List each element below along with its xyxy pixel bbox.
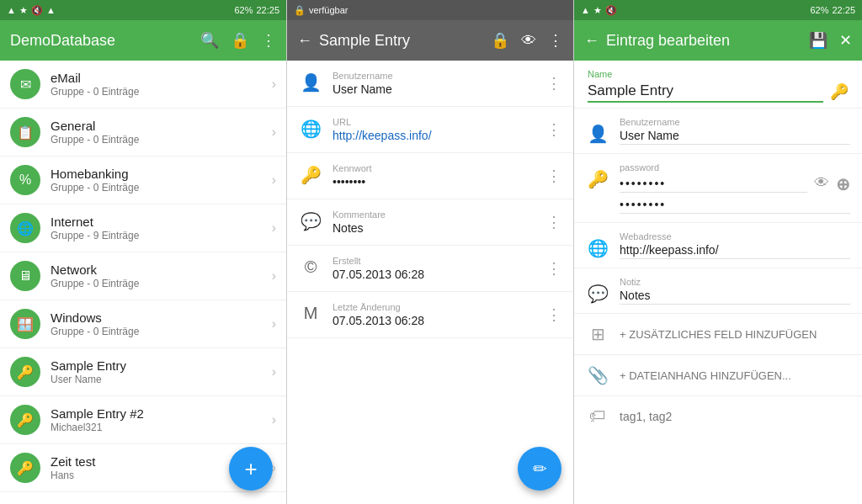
detail-row-value: 07.05.2013 06:28 [333, 268, 536, 281]
add-field-label: + ZUSÄTZLICHES FELD HINZUFÜGEN [620, 328, 817, 341]
password-confirm-value[interactable]: •••••••• [620, 198, 850, 214]
list-item-subtitle: Gruppe - 0 Einträge [51, 134, 262, 146]
list-item-icon: 📋 [10, 117, 40, 147]
list-item[interactable]: 🌐 Internet Gruppe - 9 Einträge › [0, 204, 286, 252]
username-icon: 👤 [586, 124, 609, 144]
list-item[interactable]: 🪟 Windows Gruppe - 0 Einträge › [0, 300, 286, 348]
toolbar-icons-3: 💾 ✕ [809, 33, 852, 48]
list-item-icon: % [10, 165, 40, 195]
url-label: Webadresse [620, 231, 850, 241]
chevron-icon: › [272, 268, 276, 284]
detail-row-more[interactable]: ⋮ [546, 305, 561, 324]
detail-row-more[interactable]: ⋮ [546, 213, 561, 231]
list-item[interactable]: 🖥 Network Gruppe - 0 Einträge › [0, 252, 286, 300]
edit-name-row: 🔑 [588, 81, 849, 103]
password-field-row: •••••••• 👁 ⊕ [620, 174, 850, 194]
database-list: ✉ eMail Gruppe - 0 Einträge › 📋 General … [0, 61, 286, 504]
list-item-subtitle: Gruppe - 0 Einträge [51, 326, 262, 337]
list-item-title: Homebanking [51, 167, 262, 181]
detail-row-more[interactable]: ⋮ [546, 74, 561, 93]
detail-row-icon: 👤 [299, 72, 322, 93]
list-item-subtitle: Gruppe - 9 Einträge [51, 230, 262, 241]
chevron-icon: › [272, 412, 276, 427]
eye-icon[interactable]: 👁 [521, 33, 536, 48]
detail-row-content: URL http://keepass.info/ [333, 117, 536, 142]
status-left-3: ▲ ★ 🔇 [581, 5, 617, 16]
edit-password-row: 🔑 password •••••••• 👁 ⊕ •••••••• [574, 154, 862, 223]
lock-icon-1[interactable]: 🔒 [231, 33, 249, 48]
fab-add[interactable]: + [229, 447, 273, 491]
list-item[interactable]: 📋 General Gruppe - 0 Einträge › [0, 109, 286, 157]
detail-row-more[interactable]: ⋮ [546, 120, 561, 139]
detail-row-value: 07.05.2013 06:28 [333, 314, 536, 327]
chevron-icon: › [272, 77, 276, 92]
back-icon-3[interactable]: ← [584, 33, 599, 48]
tags-value[interactable]: tag1, tag2 [620, 410, 672, 423]
more-icon-2[interactable]: ⋮ [548, 33, 563, 48]
mute-icon: 🔇 [31, 5, 43, 16]
lock-icon-2[interactable]: 🔒 [491, 33, 509, 48]
eye-toggle-icon[interactable]: 👁 [814, 174, 829, 194]
name-input[interactable] [588, 81, 823, 103]
detail-row-more[interactable]: ⋮ [546, 259, 561, 278]
list-item-title: eMail [51, 71, 262, 85]
detail-row-content: Letzte Änderung 07.05.2013 06:28 [333, 302, 536, 327]
username-value[interactable]: User Name [620, 129, 850, 145]
search-icon[interactable]: 🔍 [200, 33, 219, 48]
close-icon[interactable]: ✕ [839, 33, 852, 48]
url-icon: 🌐 [586, 238, 609, 258]
chevron-icon: › [272, 172, 276, 188]
detail-row-more[interactable]: ⋮ [546, 167, 561, 185]
add-field-icon: ⊞ [586, 324, 609, 344]
list-item-icon: 🔑 [10, 357, 40, 387]
back-icon-2[interactable]: ← [297, 33, 312, 48]
status-bar-right-1: 62% 22:25 [234, 5, 279, 15]
add-field-row[interactable]: ⊞ + ZUSÄTZLICHES FELD HINZUFÜGEN [574, 314, 862, 355]
password-label: password [620, 162, 850, 172]
add-attachment-row[interactable]: 📎 + DATEIANHANG HINZUFÜGEN... [574, 355, 862, 396]
toolbar-3: ← Eintrag bearbeiten 💾 ✕ [574, 20, 862, 61]
toolbar-icons-2: 🔒 👁 ⋮ [491, 33, 563, 48]
password-actions: 👁 ⊕ [814, 174, 850, 194]
panel-entry-detail: 🔒 verfügbar ← Sample Entry 🔒 👁 ⋮ 👤 Benut… [287, 0, 574, 504]
db-title: DemoDatabase [10, 32, 194, 50]
detail-row-icon: M [299, 304, 322, 323]
detail-row-icon: 💬 [299, 211, 322, 231]
status-bar-3: ▲ ★ 🔇 62% 22:25 [574, 0, 862, 20]
list-item-text: Sample Entry #2 Michael321 [51, 406, 262, 433]
chevron-icon: › [272, 125, 276, 140]
notes-value[interactable]: Notes [620, 289, 850, 305]
key-gen-icon[interactable]: 🔑 [830, 82, 849, 101]
entry-title: Sample Entry [319, 32, 484, 50]
list-item-text: eMail Gruppe - 0 Einträge [51, 71, 262, 98]
detail-row-icon: © [299, 257, 322, 277]
detail-row: 💬 Kommentare Notes ⋮ [287, 199, 573, 246]
edit-title: Eintrag bearbeiten [606, 32, 802, 50]
username-label: Benutzername [620, 117, 850, 127]
bluetooth-icon: ★ [19, 5, 28, 16]
list-item-subtitle: User Name [51, 374, 262, 385]
url-value[interactable]: http://keepass.info/ [620, 243, 850, 259]
password-value[interactable]: •••••••• [620, 177, 807, 193]
status-text: verfügbar [309, 5, 348, 15]
list-item[interactable]: % Homebanking Gruppe - 0 Einträge › [0, 157, 286, 204]
plus-icon[interactable]: ⊕ [836, 174, 850, 194]
edit-url-row: 🌐 Webadresse http://keepass.info/ [574, 223, 862, 268]
detail-row-value: •••••••• [333, 175, 536, 188]
more-icon-1[interactable]: ⋮ [261, 33, 276, 48]
battery-text-3: 62% [810, 5, 828, 15]
list-item[interactable]: 🔑 Sample Entry #2 Michael321 › [0, 396, 286, 444]
save-icon[interactable]: 💾 [809, 33, 827, 48]
detail-row-label: Letzte Änderung [333, 302, 536, 312]
list-item[interactable]: ✉ eMail Gruppe - 0 Einträge › [0, 61, 286, 109]
notes-label: Notiz [620, 277, 850, 287]
list-item-title: Network [51, 263, 262, 277]
fab-edit[interactable]: ✏ [518, 447, 561, 491]
panel-edit-entry: ▲ ★ 🔇 62% 22:25 ← Eintrag bearbeiten 💾 ✕… [574, 0, 862, 504]
list-item[interactable]: 🔑 Sample Entry User Name › [0, 348, 286, 396]
name-label: Name [588, 69, 849, 79]
username-content: Benutzername User Name [620, 117, 850, 145]
detail-row-value[interactable]: http://keepass.info/ [333, 129, 536, 142]
signal-icon-3: ▲ [581, 5, 590, 15]
time-3: 22:25 [832, 5, 855, 15]
